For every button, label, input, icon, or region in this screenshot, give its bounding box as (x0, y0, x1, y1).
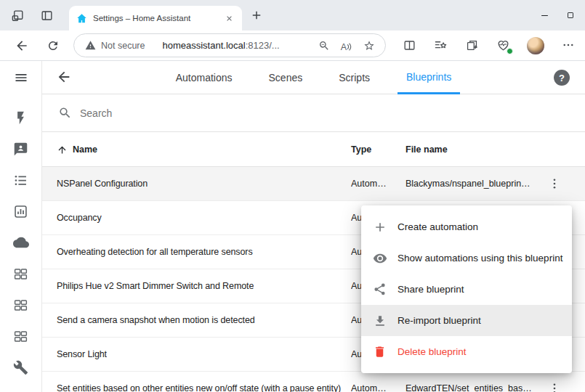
ha-sidebar (0, 61, 42, 392)
row-type: Autom… (351, 167, 400, 200)
tab-scripts[interactable]: Scripts (330, 61, 379, 94)
menu-item-delete-blueprint[interactable]: Delete blueprint (361, 336, 572, 367)
not-secure-warning-icon (85, 40, 96, 51)
url-host: homeassistant.local (162, 40, 245, 51)
split-screen-icon[interactable] (403, 38, 417, 53)
developer-tools-icon[interactable] (12, 359, 30, 376)
assist-icon[interactable] (12, 140, 30, 158)
table-header: Name Type File name (42, 132, 585, 167)
help-button[interactable]: ? (554, 70, 570, 86)
tab-close-icon[interactable] (223, 12, 235, 24)
cloud-icon[interactable] (12, 234, 30, 251)
menu-item-create-automation[interactable]: Create automation (361, 211, 572, 242)
row-name: Philips Hue v2 Smart Dimmer Switch and R… (57, 269, 254, 303)
integration-icon[interactable] (12, 296, 30, 314)
essentials-status-dot (507, 48, 513, 54)
row-file: Blackymas/nspanel_blueprin… (406, 167, 557, 200)
settings-more-icon[interactable] (562, 38, 576, 53)
reload-button[interactable] (45, 38, 61, 54)
row-name: Overheating detection for all temperatur… (57, 235, 253, 269)
logbook-icon[interactable] (12, 171, 30, 189)
search-row (42, 94, 585, 132)
table-row[interactable]: NSPanel Configuration Autom… Blackymas/n… (42, 167, 585, 201)
row-type: Autom… (351, 372, 400, 392)
window-controls (531, 0, 584, 30)
zoom-out-icon[interactable] (318, 39, 330, 52)
tab-blueprints[interactable]: Blueprints (398, 61, 460, 94)
favorite-star-icon[interactable] (363, 39, 375, 52)
vertical-tabs-icon[interactable] (36, 5, 57, 25)
menu-item-reimport-blueprint[interactable]: Re-import blueprint (361, 305, 572, 336)
row-overflow-menu-icon[interactable] (546, 175, 563, 192)
minimize-button[interactable] (531, 0, 557, 30)
menu-item-show-automations[interactable]: Show automations using this blueprint (361, 242, 572, 274)
search-icon (58, 106, 72, 120)
column-header-file[interactable]: File name (406, 132, 448, 167)
tab-automations[interactable]: Automations (167, 61, 241, 94)
history-icon[interactable] (12, 203, 30, 220)
eye-icon (373, 251, 387, 266)
collections-icon[interactable] (465, 38, 480, 53)
row-name: Set entities based on other entities new… (57, 372, 341, 392)
search-input[interactable] (80, 107, 585, 119)
integration-icon[interactable] (12, 327, 30, 345)
energy-icon[interactable] (12, 109, 30, 126)
row-file: EdwardTEN/set_entities_bas… (406, 372, 557, 392)
menu-item-share-blueprint[interactable]: Share blueprint (361, 274, 572, 305)
row-context-menu: Create automation Show automations using… (361, 205, 572, 373)
browser-toolbar: Not secure homeassistant.local:8123/... … (0, 30, 585, 61)
table-row[interactable]: Set entities based on other entities new… (42, 372, 585, 392)
maximize-button[interactable] (557, 0, 584, 30)
browser-titlebar: Settings – Home Assistant (0, 0, 585, 30)
sort-ascending-icon (57, 144, 68, 155)
ha-header: Automations Scenes Scripts Blueprints ? (42, 61, 585, 94)
row-name: Sensor Light (57, 338, 107, 371)
tab-title: Settings – Home Assistant (93, 14, 217, 23)
row-name: NSPanel Configuration (57, 167, 148, 200)
back-button[interactable] (14, 38, 30, 54)
url-text: homeassistant.local:8123/... (162, 40, 279, 51)
share-icon (373, 282, 387, 297)
favorites-icon[interactable] (434, 38, 448, 53)
hamburger-menu-icon[interactable] (12, 69, 30, 86)
browser-tab[interactable]: Settings – Home Assistant (69, 6, 242, 30)
row-name: Send a camera snapshot when motion is de… (57, 303, 255, 337)
ha-tab-bar: Automations Scenes Scripts Blueprints (42, 61, 585, 94)
column-header-type[interactable]: Type (351, 132, 371, 167)
new-tab-button[interactable] (250, 9, 265, 23)
tab-scenes[interactable]: Scenes (260, 61, 312, 94)
row-name: Occupancy (57, 201, 102, 234)
integration-icon[interactable] (12, 265, 30, 282)
profile-avatar[interactable] (527, 37, 544, 54)
url-path: :8123/... (246, 40, 280, 51)
plus-icon (373, 220, 387, 234)
download-icon (373, 314, 387, 328)
home-assistant-logo-icon (76, 13, 87, 24)
not-secure-label[interactable]: Not secure (101, 41, 145, 51)
browser-essentials-icon[interactable] (496, 38, 511, 53)
workspaces-icon[interactable] (7, 5, 28, 25)
row-overflow-menu-icon[interactable] (546, 380, 563, 392)
address-bar[interactable]: Not secure homeassistant.local:8123/... … (73, 33, 386, 57)
column-header-name[interactable]: Name (57, 132, 97, 167)
trash-icon (373, 345, 387, 359)
read-aloud-icon[interactable]: A (340, 39, 352, 52)
